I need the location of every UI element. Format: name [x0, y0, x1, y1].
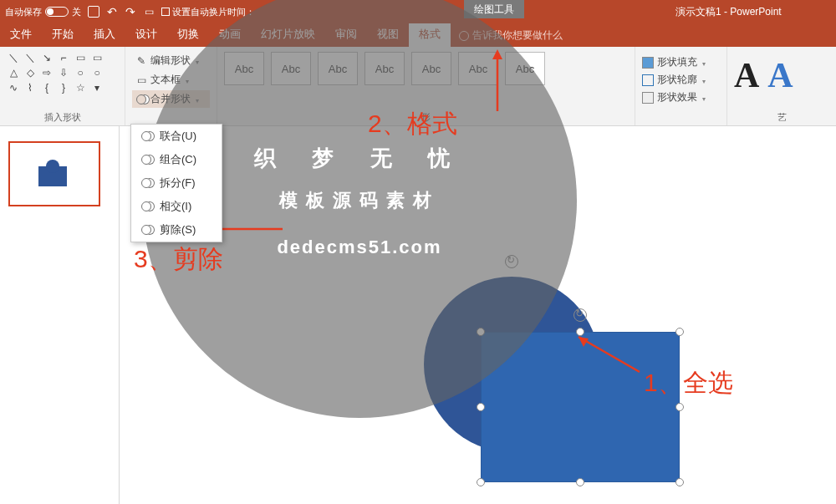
combine-icon: [140, 153, 153, 166]
resize-handle[interactable]: [675, 403, 684, 411]
fill-swatch-icon: [642, 57, 654, 69]
shape-style-swatch[interactable]: Abc: [224, 52, 264, 85]
edit-shape-button[interactable]: ✎ 编辑形状: [132, 52, 210, 69]
text-box-label: 文本框: [150, 73, 181, 87]
tab-design[interactable]: 设计: [125, 23, 167, 47]
merge-shapes-menu: 联合(U) 组合(C) 拆分(F) 相交(I) 剪除(S): [130, 124, 222, 242]
save-icon[interactable]: [88, 6, 99, 18]
slide-thumbnail-pane[interactable]: [0, 126, 120, 504]
merge-intersect-item[interactable]: 相交(I): [131, 195, 222, 218]
rectangle-icon[interactable]: ▭: [74, 52, 87, 64]
line-shape-icon[interactable]: ＼: [7, 52, 20, 64]
tab-file[interactable]: 文件: [0, 23, 42, 47]
rotate-handle-icon[interactable]: [505, 255, 518, 268]
merge-shapes-icon: [135, 94, 147, 105]
rectangle-icon[interactable]: ▭: [90, 52, 104, 64]
start-from-beginning-icon[interactable]: [143, 6, 155, 18]
subtract-icon: [140, 223, 153, 237]
document-title: 演示文稿1 - PowerPoint: [675, 5, 782, 19]
brace-icon[interactable]: }: [57, 82, 70, 94]
arrow-shape-icon[interactable]: ⇨: [40, 67, 54, 79]
text-box-button[interactable]: ▭ 文本框: [132, 71, 210, 89]
resize-handle[interactable]: [675, 328, 684, 336]
contextual-tools-label: 绘图工具: [464, 0, 524, 18]
dropdown-icon: [194, 94, 199, 105]
tab-transitions[interactable]: 切换: [167, 23, 209, 47]
brace-icon[interactable]: {: [40, 82, 54, 94]
auto-advance-checkbox[interactable]: 设置自动换片时间：: [161, 6, 255, 18]
ribbon-tabs: 文件 开始 插入 设计 切换 动画 幻灯片放映 审阅 视图 格式 告诉我你想要做…: [0, 23, 836, 47]
line-shape-icon[interactable]: ＼: [23, 52, 37, 64]
slide-canvas[interactable]: [120, 126, 836, 504]
shape-style-swatch[interactable]: Abc: [411, 52, 451, 85]
tab-animations[interactable]: 动画: [209, 23, 251, 47]
resize-handle[interactable]: [477, 328, 485, 336]
line-arrow-icon[interactable]: ↘: [40, 52, 54, 64]
shape-fill-button[interactable]: 形状填充: [642, 55, 720, 69]
group-label: 插入形状: [7, 109, 118, 124]
resize-handle[interactable]: [477, 403, 485, 411]
shape-gallery-row[interactable]: ∿ ⌇ { } ☆ ▾: [7, 80, 118, 95]
connector-icon[interactable]: ⌐: [57, 52, 70, 64]
merge-union-item[interactable]: 联合(U): [131, 125, 222, 148]
redo-icon[interactable]: [125, 6, 136, 18]
dropdown-icon: [184, 74, 189, 86]
shape-style-swatch[interactable]: Abc: [318, 52, 358, 85]
merge-subtract-label: 剪除(S): [160, 222, 196, 237]
annotation-2: 2、格式: [368, 107, 457, 141]
resize-handle[interactable]: [675, 478, 684, 486]
shape-effects-label: 形状效果: [657, 90, 697, 104]
star-icon[interactable]: ☆: [74, 82, 87, 94]
union-icon: [140, 130, 153, 143]
oval-icon[interactable]: ○: [90, 67, 104, 79]
autosave-state: 关: [72, 6, 81, 18]
thumbnail-shape-icon: [38, 166, 67, 186]
shape-effects-button[interactable]: 形状效果: [642, 90, 720, 104]
resize-handle[interactable]: [477, 478, 485, 486]
merge-combine-item[interactable]: 组合(C): [131, 148, 222, 171]
slide-thumbnail[interactable]: [8, 141, 100, 206]
wordart-style-a[interactable]: A: [734, 55, 759, 95]
arrow-down-icon[interactable]: ⇩: [57, 67, 70, 79]
tab-view[interactable]: 视图: [367, 23, 409, 47]
autosave-label: 自动保存: [5, 6, 42, 18]
tell-me-search[interactable]: 告诉我你想要做什么: [451, 24, 571, 47]
merge-subtract-item[interactable]: 剪除(S): [131, 218, 222, 242]
merge-union-label: 联合(U): [160, 129, 196, 144]
more-shapes-icon[interactable]: ▾: [90, 82, 104, 94]
dropdown-icon: [194, 55, 199, 67]
wordart-style-a[interactable]: A: [767, 55, 793, 95]
merge-fragment-item[interactable]: 拆分(F): [131, 171, 222, 195]
rotate-handle-icon[interactable]: [573, 308, 587, 322]
undo-icon[interactable]: [106, 6, 118, 18]
workspace: [0, 126, 836, 504]
resize-handle[interactable]: [576, 478, 584, 486]
tab-review[interactable]: 审阅: [325, 23, 367, 47]
shape-outline-button[interactable]: 形状轮廓: [642, 73, 720, 87]
triangle-icon[interactable]: △: [7, 67, 20, 79]
oval-icon[interactable]: ○: [74, 67, 87, 79]
outline-swatch-icon: [642, 74, 654, 86]
checkbox-icon: [161, 8, 170, 16]
annotation-arrow-1: [568, 330, 644, 376]
tab-slideshow[interactable]: 幻灯片放映: [251, 23, 325, 47]
shape-style-swatch[interactable]: Abc: [271, 52, 311, 85]
merge-combine-label: 组合(C): [160, 152, 196, 167]
svg-marker-3: [492, 49, 502, 59]
shape-gallery-row[interactable]: ＼ ＼ ↘ ⌐ ▭ ▭: [7, 50, 118, 65]
autosave-toggle[interactable]: 自动保存 关: [5, 6, 81, 18]
freeform-icon[interactable]: ⌇: [23, 82, 37, 94]
merge-shapes-button[interactable]: 合并形状: [132, 90, 210, 108]
edit-shape-label: 编辑形状: [150, 53, 191, 68]
merge-shapes-label: 合并形状: [150, 92, 191, 106]
text-box-icon: ▭: [135, 74, 147, 86]
curve-icon[interactable]: ∿: [7, 82, 20, 94]
shape-style-swatch[interactable]: Abc: [364, 52, 405, 85]
tab-insert[interactable]: 插入: [84, 23, 125, 47]
annotation-arrow-2: [485, 46, 518, 113]
shape-gallery-row[interactable]: △ ◇ ⇨ ⇩ ○ ○: [7, 65, 118, 80]
tell-me-label: 告诉我你想要做什么: [472, 28, 563, 43]
tab-home[interactable]: 开始: [42, 23, 84, 47]
diamond-icon[interactable]: ◇: [23, 67, 37, 79]
tab-format[interactable]: 格式: [409, 23, 451, 47]
